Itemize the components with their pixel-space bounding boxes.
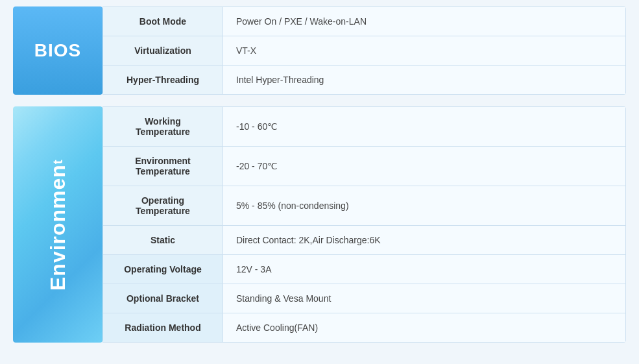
table-row: Hyper-Threading Intel Hyper-Threading <box>103 66 625 94</box>
col-value: Standing & Vesa Mount <box>223 284 625 313</box>
table-row: Virtualization VT-X <box>103 36 625 66</box>
col-value: 12V - 3A <box>223 255 625 284</box>
col-label: Optional Bracket <box>103 284 223 313</box>
col-value: -10 - 60℃ <box>223 107 625 146</box>
bios-section: BIOS Boot Mode Power On / PXE / Wake-on-… <box>13 6 626 95</box>
col-label: Hyper-Threading <box>103 66 223 94</box>
table-row: Static Direct Contact: 2K,Air Discharge:… <box>103 226 625 255</box>
environment-section-label: Environmen t <box>13 106 102 343</box>
col-label: Operating Voltage <box>103 255 223 284</box>
col-label: Virtualization <box>103 36 223 65</box>
col-label: OperatingTemperature <box>103 186 223 225</box>
col-value: 5% - 85% (non-condensing) <box>223 186 625 225</box>
col-value: -20 - 70℃ <box>223 147 625 186</box>
col-label: Boot Mode <box>103 7 223 36</box>
table-row: Operating Voltage 12V - 3A <box>103 255 625 284</box>
bios-section-label: BIOS <box>13 6 102 95</box>
col-value: Power On / PXE / Wake-on-LAN <box>223 7 625 36</box>
table-row: Optional Bracket Standing & Vesa Mount <box>103 284 625 313</box>
col-label: Static <box>103 226 223 254</box>
col-label: EnvironmentTemperature <box>103 147 223 186</box>
table-row: Boot Mode Power On / PXE / Wake-on-LAN <box>103 7 625 36</box>
col-label: Radiation Method <box>103 313 223 342</box>
bios-table: Boot Mode Power On / PXE / Wake-on-LAN V… <box>102 6 626 95</box>
table-row: WorkingTemperature -10 - 60℃ <box>103 107 625 147</box>
table-row: OperatingTemperature 5% - 85% (non-conde… <box>103 186 625 226</box>
environment-table: WorkingTemperature -10 - 60℃ Environment… <box>102 106 626 343</box>
col-value: Active Cooling(FAN) <box>223 313 625 342</box>
environment-section: Environmen t WorkingTemperature -10 - 60… <box>13 106 626 343</box>
col-value: Intel Hyper-Threading <box>223 66 625 94</box>
col-value: Direct Contact: 2K,Air Discharge:6K <box>223 226 625 254</box>
col-value: VT-X <box>223 36 625 65</box>
table-row: EnvironmentTemperature -20 - 70℃ <box>103 147 625 186</box>
col-label: WorkingTemperature <box>103 107 223 146</box>
table-row: Radiation Method Active Cooling(FAN) <box>103 313 625 342</box>
